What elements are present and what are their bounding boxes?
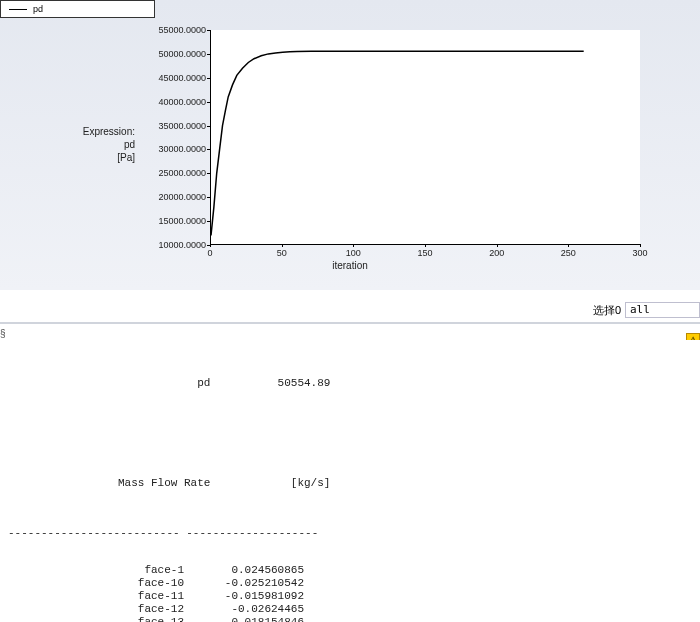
row-face-name: face-12 — [4, 603, 184, 616]
row-face-name: face-10 — [4, 577, 184, 590]
pd-value: 50554.89 — [210, 377, 330, 390]
y-tick-label: 55000.0000 — [146, 25, 206, 35]
chart-region: 10000.000015000.000020000.000025000.0000… — [0, 0, 700, 270]
console-row: face-10-0.025210542 — [4, 577, 700, 590]
row-face-value: -0.015981092 — [184, 590, 304, 603]
row-face-name: face-13 — [4, 616, 184, 622]
x-tick-label: 50 — [277, 248, 287, 258]
console-row: face-10.024560865 — [4, 564, 700, 577]
y-tick-label: 50000.0000 — [146, 49, 206, 59]
dash-row: -------------------------- -------------… — [4, 527, 318, 540]
left-badge-icon: § — [0, 328, 6, 339]
row-face-value: 0.024560865 — [184, 564, 304, 577]
console-row: face-11-0.015981092 — [4, 590, 700, 603]
row-face-value: -0.018154846 — [184, 616, 304, 622]
y-tick-label: 25000.0000 — [146, 168, 206, 178]
plot-area — [210, 30, 640, 245]
chart-curve — [211, 30, 641, 245]
x-tick-label: 200 — [489, 248, 504, 258]
panel-divider[interactable] — [0, 322, 700, 324]
y-axis-label: Expression: pd [Pa] — [55, 125, 135, 164]
chart-panel: pd 10000.000015000.000020000.000025000.0… — [0, 0, 700, 290]
row-face-name: face-1 — [4, 564, 184, 577]
console-row: face-13-0.018154846 — [4, 616, 700, 622]
x-tick-label: 250 — [561, 248, 576, 258]
y-tick-label: 40000.0000 — [146, 97, 206, 107]
row-face-value: -0.02624465 — [184, 603, 304, 616]
row-face-name: face-11 — [4, 590, 184, 603]
x-tick-label: 150 — [417, 248, 432, 258]
console-output: pd50554.89 Mass Flow Rate[kg/s] --------… — [0, 340, 700, 620]
mass-flow-unit: [kg/s] — [210, 477, 330, 490]
x-tick-label: 0 — [207, 248, 212, 258]
y-tick-label: 15000.0000 — [146, 216, 206, 226]
y-tick-label: 45000.0000 — [146, 73, 206, 83]
x-tick-label: 100 — [346, 248, 361, 258]
pd-label: pd — [30, 377, 210, 390]
y-tick-label: 20000.0000 — [146, 192, 206, 202]
selector-label: 选择0 — [593, 303, 621, 318]
selector-row: 选择0 all — [0, 300, 700, 320]
y-tick-label: 35000.0000 — [146, 121, 206, 131]
selector-dropdown[interactable]: all — [625, 302, 700, 318]
mass-flow-label: Mass Flow Rate — [30, 477, 210, 490]
row-face-value: -0.025210542 — [184, 577, 304, 590]
x-axis-label: iteration — [0, 260, 700, 271]
y-tick-label: 10000.0000 — [146, 240, 206, 250]
y-tick-label: 30000.0000 — [146, 144, 206, 154]
console-row: face-12-0.02624465 — [4, 603, 700, 616]
x-tick-label: 300 — [632, 248, 647, 258]
